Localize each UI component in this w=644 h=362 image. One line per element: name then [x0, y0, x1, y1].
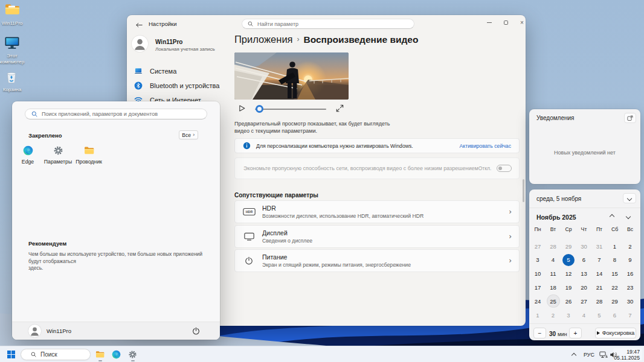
tray-overflow-chevron[interactable] — [572, 354, 576, 357]
activate-now-link[interactable]: Активировать сейчас — [460, 143, 511, 149]
sidebar-item-1[interactable]: Система — [129, 64, 227, 78]
user-avatar[interactable] — [28, 325, 41, 337]
settings-search-input[interactable] — [257, 21, 402, 27]
calendar-day[interactable]: 24 — [530, 294, 546, 308]
calendar-day[interactable]: 8 — [607, 253, 622, 267]
calendar-day[interactable]: 6 — [576, 253, 591, 267]
desktop-icon-3[interactable]: Корзина — [0, 69, 34, 93]
calendar-day[interactable]: 10 — [530, 267, 546, 281]
bandwidth-toggle[interactable] — [497, 165, 512, 172]
calendar-day[interactable]: 29 — [561, 240, 576, 253]
weekday-label: Сб — [607, 226, 622, 232]
calendar-day[interactable]: 4 — [576, 308, 591, 322]
calendar-day[interactable]: 7 — [592, 253, 607, 267]
play-icon — [597, 331, 600, 335]
calendar-day[interactable]: 29 — [607, 294, 622, 308]
scrollbar-thumb[interactable] — [523, 179, 524, 202]
calendar-day[interactable]: 2 — [546, 308, 561, 322]
card-title: Питание — [262, 253, 411, 261]
calendar-day[interactable]: 7 — [623, 308, 638, 322]
desktop-icon-2[interactable]: Этот компьютер — [0, 36, 34, 65]
all-apps-button[interactable]: Все› — [179, 130, 198, 139]
taskbar-edge-icon[interactable] — [112, 350, 121, 359]
edge-icon — [23, 145, 33, 156]
pinned-app-edge[interactable]: Edge — [13, 145, 42, 165]
fullscreen-button[interactable] — [336, 104, 344, 112]
start-search[interactable] — [25, 109, 207, 119]
related-card-дисплей[interactable]: ДисплейСведения о дисплее› — [234, 225, 520, 248]
date: 05.11.2025 — [613, 355, 640, 361]
account-avatar[interactable] — [132, 36, 148, 52]
related-card-питание[interactable]: ПитаниеЭкран и спящий режим, режимы пита… — [234, 249, 520, 272]
taskbar-search[interactable]: Поиск — [21, 349, 91, 360]
chevron-right-icon: › — [509, 256, 512, 265]
card-subtitle: Сведения о дисплее — [262, 238, 312, 244]
calendar-day[interactable]: 22 — [607, 281, 622, 294]
notification-settings-button[interactable] — [624, 113, 636, 123]
calendar-day[interactable]: 28 — [546, 240, 561, 253]
back-button[interactable] — [136, 22, 143, 28]
calendar-day[interactable]: 26 — [561, 294, 576, 308]
calendar-day[interactable]: 17 — [530, 281, 546, 294]
calendar-day[interactable]: 23 — [623, 281, 638, 294]
seek-slider-track[interactable] — [255, 109, 326, 110]
calendar-day[interactable]: 3 — [530, 253, 546, 267]
focus-plus-button[interactable]: + — [569, 328, 582, 338]
calendar-day[interactable]: 9 — [623, 253, 638, 267]
taskbar-explorer-icon[interactable] — [95, 350, 105, 359]
taskbar-settings-icon[interactable] — [128, 350, 137, 359]
calendar-day[interactable]: 12 — [561, 267, 576, 281]
focus-start-button[interactable]: Фокусировка — [595, 328, 636, 338]
weekday-label: Пт — [592, 226, 607, 232]
calendar-day[interactable]: 1 — [530, 308, 546, 322]
play-button[interactable] — [238, 104, 246, 112]
time: 19:47 — [613, 349, 640, 355]
calendar-day[interactable]: 20 — [576, 281, 591, 294]
calendar-day[interactable]: 19 — [561, 281, 576, 294]
maximize-button[interactable] — [500, 18, 512, 27]
focus-minus-button[interactable]: − — [533, 328, 546, 338]
calendar-prev-button[interactable] — [610, 215, 614, 220]
power-button[interactable] — [192, 327, 200, 335]
language-indicator[interactable]: РУС — [584, 352, 594, 358]
calendar-day[interactable]: 16 — [623, 267, 638, 281]
close-button[interactable]: × — [516, 18, 528, 27]
window-title: Настройки — [149, 21, 177, 27]
desktop-icon-1[interactable]: Win11Pro — [0, 3, 34, 27]
calendar-day[interactable]: 14 — [592, 267, 607, 281]
calendar-day[interactable]: 30 — [576, 240, 591, 253]
network-icon[interactable] — [599, 351, 608, 358]
calendar-day[interactable]: 13 — [576, 267, 591, 281]
calendar-collapse-button[interactable] — [623, 193, 636, 203]
calendar-day[interactable]: 28 — [592, 294, 607, 308]
calendar-day[interactable]: 18 — [546, 281, 561, 294]
calendar-day[interactable]: 27 — [576, 294, 591, 308]
pinned-app-параметры[interactable]: Параметры — [43, 145, 72, 165]
calendar-day[interactable]: 25 — [546, 294, 561, 308]
calendar-day[interactable]: 4 — [546, 253, 561, 267]
calendar-day[interactable]: 30 — [623, 294, 638, 308]
pinned-app-проводник[interactable]: Проводник — [74, 145, 103, 165]
related-card-hdr[interactable]: HDRHDRВозможности дисплея, использование… — [234, 200, 520, 223]
calendar-day-selected[interactable]: 5 — [561, 253, 576, 267]
breadcrumb-parent[interactable]: Приложения — [234, 34, 293, 45]
clock[interactable]: 19:47 05.11.2025 — [613, 348, 642, 361]
calendar-day[interactable]: 6 — [607, 308, 622, 322]
settings-search[interactable] — [242, 19, 414, 29]
calendar-day[interactable]: 11 — [546, 267, 561, 281]
start-search-input[interactable] — [42, 111, 196, 117]
calendar-day[interactable]: 21 — [592, 281, 607, 294]
calendar-day[interactable]: 31 — [592, 240, 607, 253]
calendar-day[interactable]: 15 — [607, 267, 622, 281]
calendar-day[interactable]: 2 — [623, 240, 638, 253]
sidebar-item-2[interactable]: Bluetooth и устройства — [129, 78, 227, 92]
calendar-next-button[interactable] — [626, 215, 630, 220]
calendar-day[interactable]: 3 — [561, 308, 576, 322]
calendar-day[interactable]: 27 — [530, 240, 546, 253]
start-button[interactable] — [7, 351, 15, 358]
calendar-day[interactable]: 5 — [592, 308, 607, 322]
calendar-day[interactable]: 1 — [607, 240, 622, 253]
seek-slider-thumb[interactable] — [256, 105, 263, 113]
user-name[interactable]: Win11Pro — [47, 328, 71, 334]
minimize-button[interactable] — [483, 18, 495, 27]
